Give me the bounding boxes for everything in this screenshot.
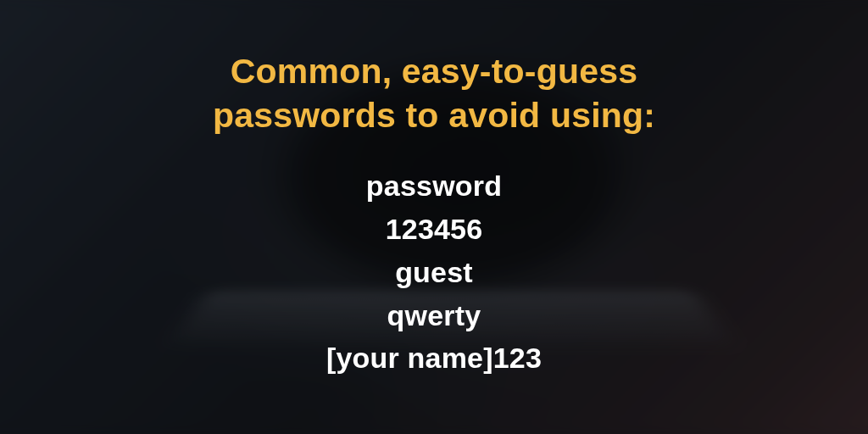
list-item: password xyxy=(326,167,542,205)
password-list: password 123456 guest qwerty [your name]… xyxy=(326,167,542,377)
content-container: Common, easy-to-guess passwords to avoid… xyxy=(0,0,868,434)
list-item: 123456 xyxy=(326,210,542,248)
list-item: guest xyxy=(326,253,542,292)
list-item: [your name]123 xyxy=(326,339,542,377)
list-item: qwerty xyxy=(326,297,542,335)
headline-line-1: Common, easy-to-guess xyxy=(231,52,637,91)
headline: Common, easy-to-guess passwords to avoid… xyxy=(213,49,655,138)
headline-line-2: passwords to avoid using: xyxy=(213,96,655,135)
